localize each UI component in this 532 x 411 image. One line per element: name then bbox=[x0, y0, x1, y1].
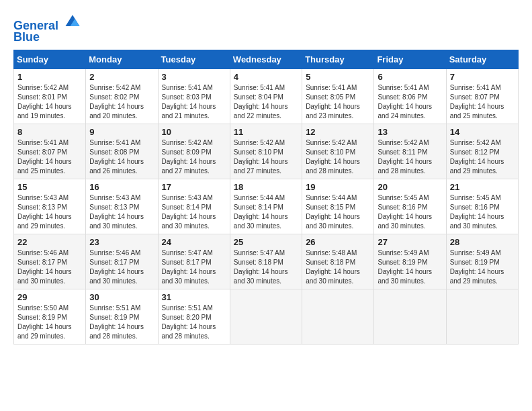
day-info: Sunrise: 5:50 AM Sunset: 8:19 PM Dayligh… bbox=[17, 304, 82, 341]
day-number: 30 bbox=[89, 292, 154, 302]
day-info: Sunrise: 5:42 AM Sunset: 8:01 PM Dayligh… bbox=[17, 83, 82, 121]
day-info: Sunrise: 5:44 AM Sunset: 8:15 PM Dayligh… bbox=[306, 193, 370, 231]
calendar-cell: 27Sunrise: 5:49 AM Sunset: 8:19 PM Dayli… bbox=[374, 234, 446, 289]
day-info: Sunrise: 5:49 AM Sunset: 8:19 PM Dayligh… bbox=[450, 248, 515, 286]
day-number: 31 bbox=[162, 292, 226, 302]
calendar-cell: 19Sunrise: 5:44 AM Sunset: 8:15 PM Dayli… bbox=[302, 179, 374, 234]
day-info: Sunrise: 5:43 AM Sunset: 8:13 PM Dayligh… bbox=[89, 193, 154, 231]
day-number: 27 bbox=[378, 237, 442, 247]
calendar-cell: 9Sunrise: 5:41 AM Sunset: 8:08 PM Daylig… bbox=[86, 124, 158, 179]
day-number: 11 bbox=[234, 127, 298, 137]
day-info: Sunrise: 5:41 AM Sunset: 8:03 PM Dayligh… bbox=[162, 83, 226, 121]
calendar-week-2: 15Sunrise: 5:43 AM Sunset: 8:13 PM Dayli… bbox=[14, 179, 519, 234]
day-number: 8 bbox=[17, 127, 82, 137]
calendar-header-monday: Monday bbox=[86, 50, 158, 68]
calendar-cell: 23Sunrise: 5:46 AM Sunset: 8:17 PM Dayli… bbox=[86, 234, 158, 289]
day-number: 2 bbox=[89, 72, 154, 82]
calendar-cell: 7Sunrise: 5:41 AM Sunset: 8:07 PM Daylig… bbox=[446, 68, 518, 124]
calendar-cell: 31Sunrise: 5:51 AM Sunset: 8:20 PM Dayli… bbox=[158, 289, 230, 344]
calendar-header-sunday: Sunday bbox=[14, 50, 86, 68]
calendar-cell: 10Sunrise: 5:42 AM Sunset: 8:09 PM Dayli… bbox=[158, 124, 230, 179]
calendar-cell: 2Sunrise: 5:42 AM Sunset: 8:02 PM Daylig… bbox=[86, 68, 158, 124]
day-info: Sunrise: 5:42 AM Sunset: 8:11 PM Dayligh… bbox=[378, 138, 442, 176]
calendar-cell: 30Sunrise: 5:51 AM Sunset: 8:19 PM Dayli… bbox=[86, 289, 158, 344]
day-number: 20 bbox=[378, 182, 442, 192]
day-info: Sunrise: 5:42 AM Sunset: 8:10 PM Dayligh… bbox=[306, 138, 370, 176]
calendar-header-tuesday: Tuesday bbox=[158, 50, 230, 68]
calendar-header-thursday: Thursday bbox=[302, 50, 374, 68]
calendar-cell: 12Sunrise: 5:42 AM Sunset: 8:10 PM Dayli… bbox=[302, 124, 374, 179]
page: General Blue SundayMondayTuesdayWednesda… bbox=[0, 0, 532, 351]
logo-icon bbox=[63, 11, 82, 30]
day-info: Sunrise: 5:44 AM Sunset: 8:14 PM Dayligh… bbox=[234, 193, 298, 231]
header: General Blue bbox=[13, 11, 519, 44]
day-info: Sunrise: 5:45 AM Sunset: 8:16 PM Dayligh… bbox=[378, 193, 442, 231]
logo: General Blue bbox=[13, 11, 82, 44]
day-number: 12 bbox=[306, 127, 370, 137]
calendar-table: SundayMondayTuesdayWednesdayThursdayFrid… bbox=[13, 50, 519, 345]
day-number: 13 bbox=[378, 127, 442, 137]
day-number: 19 bbox=[306, 182, 370, 192]
day-info: Sunrise: 5:42 AM Sunset: 8:09 PM Dayligh… bbox=[162, 138, 226, 176]
day-number: 25 bbox=[234, 237, 298, 247]
calendar-cell bbox=[374, 289, 446, 344]
day-number: 15 bbox=[17, 182, 82, 192]
calendar-cell: 20Sunrise: 5:45 AM Sunset: 8:16 PM Dayli… bbox=[374, 179, 446, 234]
day-info: Sunrise: 5:47 AM Sunset: 8:17 PM Dayligh… bbox=[162, 248, 226, 286]
calendar-cell bbox=[302, 289, 374, 344]
calendar-header-friday: Friday bbox=[374, 50, 446, 68]
calendar-header-saturday: Saturday bbox=[446, 50, 518, 68]
day-info: Sunrise: 5:47 AM Sunset: 8:18 PM Dayligh… bbox=[234, 248, 298, 286]
calendar-cell: 28Sunrise: 5:49 AM Sunset: 8:19 PM Dayli… bbox=[446, 234, 518, 289]
day-info: Sunrise: 5:42 AM Sunset: 8:10 PM Dayligh… bbox=[234, 138, 298, 176]
calendar-cell: 4Sunrise: 5:41 AM Sunset: 8:04 PM Daylig… bbox=[230, 68, 302, 124]
day-info: Sunrise: 5:46 AM Sunset: 8:17 PM Dayligh… bbox=[89, 248, 154, 286]
day-info: Sunrise: 5:41 AM Sunset: 8:07 PM Dayligh… bbox=[450, 83, 515, 121]
day-number: 7 bbox=[450, 72, 515, 82]
calendar-cell: 6Sunrise: 5:41 AM Sunset: 8:06 PM Daylig… bbox=[374, 68, 446, 124]
calendar-cell: 3Sunrise: 5:41 AM Sunset: 8:03 PM Daylig… bbox=[158, 68, 230, 124]
day-info: Sunrise: 5:41 AM Sunset: 8:05 PM Dayligh… bbox=[306, 83, 370, 121]
day-number: 3 bbox=[162, 72, 226, 82]
day-number: 14 bbox=[450, 127, 515, 137]
day-number: 21 bbox=[450, 182, 515, 192]
day-info: Sunrise: 5:48 AM Sunset: 8:18 PM Dayligh… bbox=[306, 248, 370, 286]
day-info: Sunrise: 5:41 AM Sunset: 8:06 PM Dayligh… bbox=[378, 83, 442, 121]
day-number: 23 bbox=[89, 237, 154, 247]
calendar-cell: 1Sunrise: 5:42 AM Sunset: 8:01 PM Daylig… bbox=[14, 68, 86, 124]
calendar-cell: 25Sunrise: 5:47 AM Sunset: 8:18 PM Dayli… bbox=[230, 234, 302, 289]
calendar-cell: 13Sunrise: 5:42 AM Sunset: 8:11 PM Dayli… bbox=[374, 124, 446, 179]
day-number: 6 bbox=[378, 72, 442, 82]
day-info: Sunrise: 5:51 AM Sunset: 8:19 PM Dayligh… bbox=[89, 304, 154, 341]
day-number: 9 bbox=[89, 127, 154, 137]
calendar-week-4: 29Sunrise: 5:50 AM Sunset: 8:19 PM Dayli… bbox=[14, 289, 519, 344]
day-number: 16 bbox=[89, 182, 154, 192]
calendar-week-3: 22Sunrise: 5:46 AM Sunset: 8:17 PM Dayli… bbox=[14, 234, 519, 289]
calendar-cell: 11Sunrise: 5:42 AM Sunset: 8:10 PM Dayli… bbox=[230, 124, 302, 179]
day-info: Sunrise: 5:42 AM Sunset: 8:02 PM Dayligh… bbox=[89, 83, 154, 121]
day-info: Sunrise: 5:42 AM Sunset: 8:12 PM Dayligh… bbox=[450, 138, 515, 176]
calendar-cell: 15Sunrise: 5:43 AM Sunset: 8:13 PM Dayli… bbox=[14, 179, 86, 234]
day-number: 26 bbox=[306, 237, 370, 247]
calendar-cell: 18Sunrise: 5:44 AM Sunset: 8:14 PM Dayli… bbox=[230, 179, 302, 234]
calendar-cell bbox=[230, 289, 302, 344]
day-info: Sunrise: 5:46 AM Sunset: 8:17 PM Dayligh… bbox=[17, 248, 82, 286]
calendar-cell: 22Sunrise: 5:46 AM Sunset: 8:17 PM Dayli… bbox=[14, 234, 86, 289]
day-number: 1 bbox=[17, 72, 82, 82]
calendar-cell: 21Sunrise: 5:45 AM Sunset: 8:16 PM Dayli… bbox=[446, 179, 518, 234]
day-number: 18 bbox=[234, 182, 298, 192]
calendar-cell: 8Sunrise: 5:41 AM Sunset: 8:07 PM Daylig… bbox=[14, 124, 86, 179]
day-number: 28 bbox=[450, 237, 515, 247]
day-info: Sunrise: 5:41 AM Sunset: 8:08 PM Dayligh… bbox=[89, 138, 154, 176]
calendar-cell: 16Sunrise: 5:43 AM Sunset: 8:13 PM Dayli… bbox=[86, 179, 158, 234]
logo-text: General bbox=[13, 11, 82, 33]
day-info: Sunrise: 5:51 AM Sunset: 8:20 PM Dayligh… bbox=[162, 304, 226, 341]
day-number: 24 bbox=[162, 237, 226, 247]
day-info: Sunrise: 5:41 AM Sunset: 8:07 PM Dayligh… bbox=[17, 138, 82, 176]
day-info: Sunrise: 5:41 AM Sunset: 8:04 PM Dayligh… bbox=[234, 83, 298, 121]
calendar-cell: 5Sunrise: 5:41 AM Sunset: 8:05 PM Daylig… bbox=[302, 68, 374, 124]
day-number: 5 bbox=[306, 72, 370, 82]
day-info: Sunrise: 5:49 AM Sunset: 8:19 PM Dayligh… bbox=[378, 248, 442, 286]
calendar-header-row: SundayMondayTuesdayWednesdayThursdayFrid… bbox=[14, 50, 519, 68]
day-info: Sunrise: 5:45 AM Sunset: 8:16 PM Dayligh… bbox=[450, 193, 515, 231]
